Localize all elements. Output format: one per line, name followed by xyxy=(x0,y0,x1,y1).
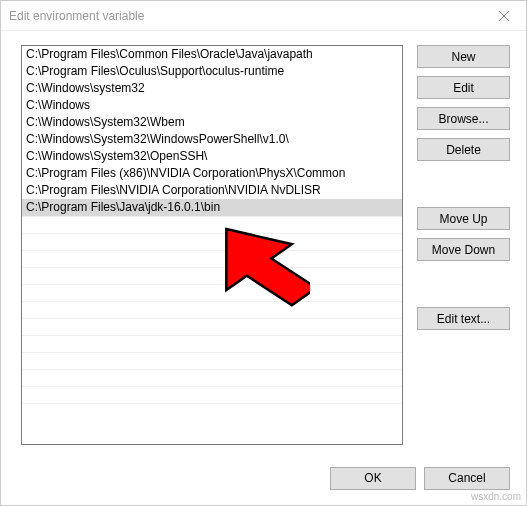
list-item[interactable]: C:\Windows xyxy=(22,97,402,114)
list-item[interactable]: C:\Program Files (x86)\NVIDIA Corporatio… xyxy=(22,165,402,182)
list-item-empty[interactable] xyxy=(22,267,402,284)
list-item-empty[interactable] xyxy=(22,284,402,301)
list-item-empty[interactable] xyxy=(22,352,402,369)
list-item[interactable]: C:\Program Files\Oculus\Support\oculus-r… xyxy=(22,63,402,80)
cancel-button[interactable]: Cancel xyxy=(424,467,510,490)
dialog-footer: OK Cancel xyxy=(1,455,526,505)
move-up-button[interactable]: Move Up xyxy=(417,207,510,230)
list-item-empty[interactable] xyxy=(22,318,402,335)
list-item[interactable]: C:\Windows\System32\OpenSSH\ xyxy=(22,148,402,165)
move-down-button[interactable]: Move Down xyxy=(417,238,510,261)
spacer xyxy=(417,169,510,199)
ok-button[interactable]: OK xyxy=(330,467,416,490)
edit-text-button[interactable]: Edit text... xyxy=(417,307,510,330)
list-item-empty[interactable] xyxy=(22,233,402,250)
path-listbox[interactable]: C:\Program Files\Common Files\Oracle\Jav… xyxy=(21,45,403,445)
list-item[interactable]: C:\Program Files\Common Files\Oracle\Jav… xyxy=(22,46,402,63)
spacer xyxy=(417,269,510,299)
list-item-empty[interactable] xyxy=(22,369,402,386)
list-inner: C:\Program Files\Common Files\Oracle\Jav… xyxy=(22,46,402,444)
close-button[interactable] xyxy=(481,1,526,31)
watermark: wsxdn.com xyxy=(471,491,521,502)
titlebar: Edit environment variable xyxy=(1,1,526,31)
dialog-window: Edit environment variable C:\Program Fil… xyxy=(0,0,527,506)
list-item-empty[interactable] xyxy=(22,403,402,420)
new-button[interactable]: New xyxy=(417,45,510,68)
list-item[interactable]: C:\Windows\System32\Wbem xyxy=(22,114,402,131)
dialog-content: C:\Program Files\Common Files\Oracle\Jav… xyxy=(1,31,526,455)
list-item[interactable]: C:\Program Files\Java\jdk-16.0.1\bin xyxy=(22,199,402,216)
button-column: New Edit Browse... Delete Move Up Move D… xyxy=(417,45,510,445)
list-item-empty[interactable] xyxy=(22,250,402,267)
delete-button[interactable]: Delete xyxy=(417,138,510,161)
dialog-title: Edit environment variable xyxy=(9,9,144,23)
edit-button[interactable]: Edit xyxy=(417,76,510,99)
list-item[interactable]: C:\Windows\System32\WindowsPowerShell\v1… xyxy=(22,131,402,148)
browse-button[interactable]: Browse... xyxy=(417,107,510,130)
close-icon xyxy=(499,11,509,21)
list-item-empty[interactable] xyxy=(22,216,402,233)
list-item-empty[interactable] xyxy=(22,301,402,318)
list-item[interactable]: C:\Windows\system32 xyxy=(22,80,402,97)
list-item-empty[interactable] xyxy=(22,386,402,403)
list-item-empty[interactable] xyxy=(22,335,402,352)
list-item[interactable]: C:\Program Files\NVIDIA Corporation\NVID… xyxy=(22,182,402,199)
